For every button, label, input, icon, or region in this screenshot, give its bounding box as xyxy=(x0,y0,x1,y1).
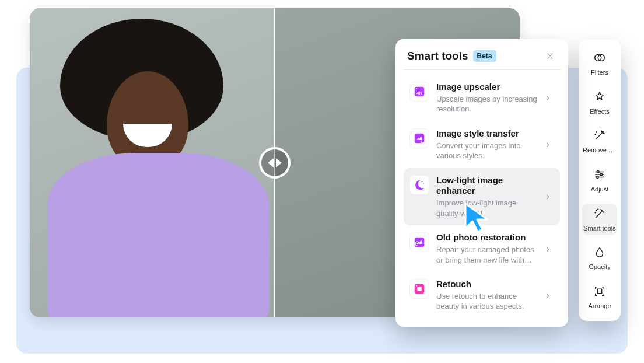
beta-badge: Beta xyxy=(473,50,496,62)
tool-name: Low-light image enhancer xyxy=(436,175,539,197)
svg-point-16 xyxy=(596,210,597,210)
tool-desc: Improve low-light image quality with AI. xyxy=(436,198,539,218)
close-icon xyxy=(546,52,554,60)
svg-point-5 xyxy=(424,183,424,183)
rail-icon xyxy=(593,168,606,183)
rail-label: Arrange xyxy=(588,302,611,310)
panel-divider xyxy=(402,69,561,70)
rail-icon xyxy=(593,129,606,144)
rail-icon xyxy=(593,90,606,106)
svg-rect-19 xyxy=(597,289,601,293)
svg-point-15 xyxy=(597,176,599,179)
svg-point-8 xyxy=(416,285,418,287)
restore-icon xyxy=(410,232,429,252)
rail-remove-backgr[interactable]: Remove backgr… xyxy=(582,125,617,158)
svg-point-17 xyxy=(595,212,596,212)
tool-desc: Use retouch to enhance beauty in various… xyxy=(436,291,539,312)
rail-filters[interactable]: Filters xyxy=(582,48,617,80)
chevron-right-icon: › xyxy=(546,243,554,255)
tool-name: Retouch xyxy=(436,279,539,290)
style-icon xyxy=(410,128,429,148)
chevron-right-icon: › xyxy=(546,92,554,104)
chevron-right-icon xyxy=(276,158,282,167)
chevron-right-icon: › xyxy=(546,190,554,203)
image-before xyxy=(30,8,275,317)
tool-style[interactable]: Image style transfer Convert your images… xyxy=(404,121,560,168)
rail-label: Opacity xyxy=(589,263,610,271)
rail-opacity[interactable]: Opacity xyxy=(582,242,617,274)
upscale-icon: 4K xyxy=(410,82,429,102)
tool-desc: Repair your damaged photos or bring them… xyxy=(436,245,539,265)
rail-icon xyxy=(593,51,606,67)
tool-desc: Upscale images by increasing resolution. xyxy=(436,94,539,114)
rail-label: Effects xyxy=(590,108,609,116)
rail-adjust[interactable]: Adjust xyxy=(582,165,617,197)
chevron-right-icon: › xyxy=(546,289,554,302)
panel-title: Smart tools xyxy=(407,50,468,62)
rail-effects[interactable]: Effects xyxy=(582,87,617,119)
svg-point-13 xyxy=(597,171,599,173)
tool-retouch[interactable]: Retouch Use retouch to enhance beauty in… xyxy=(404,272,560,319)
tool-restore[interactable]: Old photo restoration Repair your damage… xyxy=(404,225,560,272)
rail-icon xyxy=(593,285,606,300)
svg-point-18 xyxy=(598,209,598,210)
svg-point-14 xyxy=(600,173,603,176)
rail-icon xyxy=(593,207,606,222)
rail-label: Smart tools xyxy=(583,225,616,232)
right-toolbar: Filters Effects Remove backgr… Adjust Sm… xyxy=(579,40,621,321)
moon-icon xyxy=(410,175,429,195)
svg-text:4K: 4K xyxy=(416,90,422,96)
compare-slider-handle[interactable] xyxy=(259,147,290,179)
close-button[interactable] xyxy=(544,50,556,62)
chevron-left-icon xyxy=(268,158,274,167)
rail-icon xyxy=(593,246,606,261)
rail-arrange[interactable]: Arrange xyxy=(582,281,617,313)
chevron-right-icon: › xyxy=(546,138,554,151)
tool-upscale[interactable]: 4K Image upscaler Upscale images by incr… xyxy=(404,75,560,121)
rail-label: Remove backgr… xyxy=(583,146,617,154)
rail-smart-tools[interactable]: Smart tools xyxy=(582,204,617,236)
svg-point-11 xyxy=(596,132,597,132)
tool-desc: Convert your images into various styles. xyxy=(436,141,539,161)
tool-name: Image upscaler xyxy=(436,82,539,93)
tool-name: Old photo restoration xyxy=(436,232,539,243)
svg-point-2 xyxy=(416,88,417,89)
smart-tools-panel: Smart tools Beta 4K Image upscaler Upsca… xyxy=(396,39,568,327)
tool-moon[interactable]: Low-light image enhancer Improve low-lig… xyxy=(404,168,560,226)
svg-point-4 xyxy=(422,181,423,182)
svg-point-12 xyxy=(595,134,596,135)
rail-label: Filters xyxy=(591,69,608,76)
tool-list: 4K Image upscaler Upscale images by incr… xyxy=(404,75,560,319)
rail-label: Adjust xyxy=(591,186,609,193)
retouch-icon xyxy=(410,279,429,299)
tool-name: Image style transfer xyxy=(436,128,539,139)
svg-rect-3 xyxy=(415,134,425,144)
